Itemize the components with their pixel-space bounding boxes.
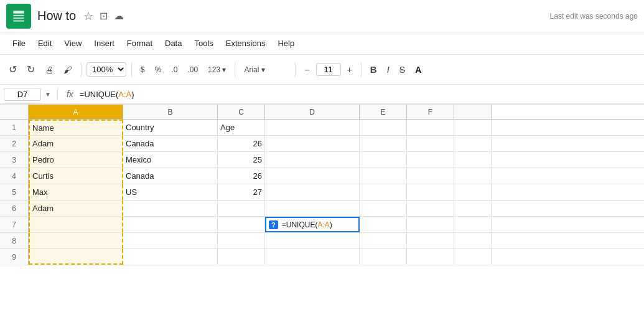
cell-f4[interactable] <box>407 168 454 184</box>
strikethrough-button[interactable]: S <box>396 62 409 77</box>
cell-e3[interactable] <box>360 152 407 168</box>
cell-b6[interactable] <box>123 201 218 216</box>
col-header-c[interactable]: C <box>218 105 265 119</box>
cell-a6[interactable]: Adam <box>29 201 123 216</box>
cell-f8[interactable] <box>407 233 454 248</box>
cell-b7[interactable] <box>123 217 218 232</box>
cell-c9[interactable] <box>218 249 265 265</box>
cell-d4[interactable] <box>265 168 360 184</box>
col-header-e[interactable]: E <box>360 105 407 119</box>
menu-insert[interactable]: Insert <box>88 36 121 50</box>
font-size-increase-button[interactable]: + <box>343 62 356 77</box>
cell-a5[interactable]: Max <box>29 184 123 200</box>
star-icon[interactable]: ☆ <box>83 9 93 23</box>
cell-reference-input[interactable] <box>4 88 41 101</box>
cell-f6[interactable] <box>407 201 454 216</box>
menu-extensions[interactable]: Extensions <box>220 36 272 50</box>
cell-f7[interactable] <box>407 217 454 232</box>
cell-g6[interactable] <box>454 201 492 216</box>
cell-a2[interactable]: Adam <box>29 136 123 151</box>
font-size-input[interactable] <box>316 63 341 76</box>
cell-e8[interactable] <box>360 233 407 248</box>
menu-file[interactable]: File <box>6 36 32 50</box>
menu-help[interactable]: Help <box>271 36 301 50</box>
decimal-decrease-button[interactable]: .0 <box>167 63 181 77</box>
cell-g5[interactable] <box>454 184 492 200</box>
cell-g9[interactable] <box>454 249 492 265</box>
decimal-increase-button[interactable]: .00 <box>184 63 202 77</box>
cell-a3[interactable]: Pedro <box>29 152 123 168</box>
menu-format[interactable]: Format <box>121 36 159 50</box>
cell-f1[interactable] <box>407 120 454 135</box>
col-header-d[interactable]: D <box>265 105 360 119</box>
cell-c1[interactable]: Age <box>218 120 265 135</box>
col-header-a[interactable]: A <box>29 105 123 119</box>
cell-a7[interactable] <box>29 217 123 232</box>
currency-button[interactable]: $ <box>137 63 149 77</box>
cell-d6[interactable] <box>265 201 360 216</box>
menu-edit[interactable]: Edit <box>32 36 58 50</box>
cell-a1[interactable]: Name <box>29 120 123 135</box>
cell-f9[interactable] <box>407 249 454 265</box>
paint-format-button[interactable]: 🖌 <box>60 62 76 77</box>
cell-d2[interactable] <box>265 136 360 151</box>
cell-g7[interactable] <box>454 217 492 232</box>
cell-d5[interactable] <box>265 184 360 200</box>
cell-e2[interactable] <box>360 136 407 151</box>
text-color-button[interactable]: A <box>411 62 425 77</box>
italic-button[interactable]: I <box>383 62 393 77</box>
cloud-icon[interactable]: ☁ <box>114 10 124 22</box>
cell-d8[interactable] <box>265 233 360 248</box>
more-formats-button[interactable]: 123 ▾ <box>204 63 230 77</box>
cell-c7[interactable] <box>218 217 265 232</box>
cell-e9[interactable] <box>360 249 407 265</box>
cell-a4[interactable]: Curtis <box>29 168 123 184</box>
cell-f3[interactable] <box>407 152 454 168</box>
cell-b5[interactable]: US <box>123 184 218 200</box>
cell-e6[interactable] <box>360 201 407 216</box>
cell-ref-dropdown[interactable]: ▼ <box>45 91 51 98</box>
cell-g1[interactable] <box>454 120 492 135</box>
cell-b3[interactable]: Mexico <box>123 152 218 168</box>
cell-g4[interactable] <box>454 168 492 184</box>
cell-f2[interactable] <box>407 136 454 151</box>
cell-g3[interactable] <box>454 152 492 168</box>
col-header-f[interactable]: F <box>407 105 454 119</box>
menu-view[interactable]: View <box>58 36 88 50</box>
bold-button[interactable]: B <box>366 62 381 77</box>
cell-f5[interactable] <box>407 184 454 200</box>
cell-d1[interactable] <box>265 120 360 135</box>
font-size-decrease-button[interactable]: − <box>301 62 313 77</box>
cell-b4[interactable]: Canada <box>123 168 218 184</box>
font-selector[interactable]: Arial ▾ <box>240 63 290 77</box>
cell-d9[interactable] <box>265 249 360 265</box>
undo-button[interactable]: ↺ <box>5 61 21 78</box>
col-header-b[interactable]: B <box>123 105 218 119</box>
cell-a9[interactable] <box>29 249 123 265</box>
col-header-g[interactable] <box>454 105 492 119</box>
menu-data[interactable]: Data <box>159 36 188 50</box>
folder-icon[interactable]: ⊡ <box>100 10 108 22</box>
cell-b9[interactable] <box>123 249 218 265</box>
cell-c8[interactable] <box>218 233 265 248</box>
doc-title[interactable]: How to <box>37 9 76 23</box>
cell-g8[interactable] <box>454 233 492 248</box>
print-button[interactable]: 🖨 <box>41 62 57 77</box>
cell-e5[interactable] <box>360 184 407 200</box>
cell-c4[interactable]: 26 <box>218 168 265 184</box>
cell-e7[interactable] <box>360 217 407 232</box>
cell-d7-formula[interactable]: ? =UNIQUE(A:A) <box>265 217 360 232</box>
redo-button[interactable]: ↻ <box>23 61 39 78</box>
cell-b2[interactable]: Canada <box>123 136 218 151</box>
cell-b1[interactable]: Country <box>123 120 218 135</box>
percent-button[interactable]: % <box>151 63 166 77</box>
cell-a8[interactable] <box>29 233 123 248</box>
cell-e4[interactable] <box>360 168 407 184</box>
zoom-select[interactable]: 100% 75% 50% 125% 150% <box>86 62 126 77</box>
cell-b8[interactable] <box>123 233 218 248</box>
menu-tools[interactable]: Tools <box>188 36 219 50</box>
cell-g2[interactable] <box>454 136 492 151</box>
cell-c6[interactable] <box>218 201 265 216</box>
cell-c3[interactable]: 25 <box>218 152 265 168</box>
cell-d3[interactable] <box>265 152 360 168</box>
